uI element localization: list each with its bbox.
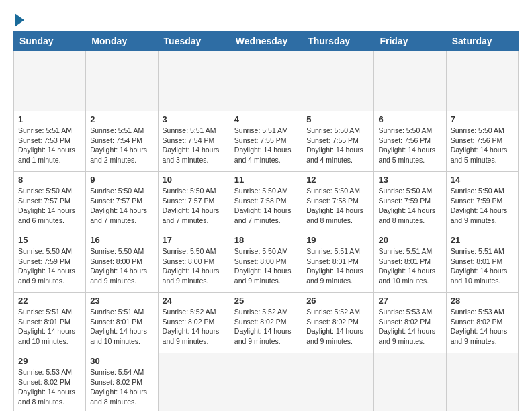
day-info: Sunrise: 5:51 AMSunset: 7:54 PMDaylight:… (163, 126, 226, 165)
day-header-monday: Monday (86, 32, 158, 51)
day-number: 13 (378, 175, 441, 185)
day-info: Sunrise: 5:50 AMSunset: 8:00 PMDaylight:… (90, 246, 153, 286)
logo (13, 13, 24, 24)
calendar-cell: 7Sunrise: 5:50 AMSunset: 7:56 PMDaylight… (446, 111, 518, 172)
day-info: Sunrise: 5:50 AMSunset: 7:56 PMDaylight:… (451, 126, 514, 165)
calendar-cell (374, 353, 446, 412)
calendar-cell (302, 51, 374, 111)
day-number: 11 (234, 175, 298, 185)
calendar-cell: 16Sunrise: 5:50 AMSunset: 8:00 PMDayligh… (86, 232, 158, 293)
day-info: Sunrise: 5:51 AMSunset: 7:55 PMDaylight:… (234, 126, 298, 165)
calendar-cell: 6Sunrise: 5:50 AMSunset: 7:56 PMDaylight… (374, 111, 446, 172)
header (13, 13, 519, 24)
day-number: 28 (451, 295, 514, 306)
calendar-cell: 4Sunrise: 5:51 AMSunset: 7:55 PMDaylight… (230, 111, 302, 172)
day-info: Sunrise: 5:52 AMSunset: 8:02 PMDaylight:… (234, 307, 298, 347)
calendar-cell (446, 51, 518, 111)
calendar-cell: 5Sunrise: 5:50 AMSunset: 7:55 PMDaylight… (302, 111, 374, 172)
day-number: 27 (378, 295, 441, 306)
day-number: 7 (451, 114, 514, 124)
day-number: 21 (451, 235, 514, 245)
calendar-cell: 10Sunrise: 5:50 AMSunset: 7:57 PMDayligh… (158, 172, 230, 232)
day-number: 29 (18, 356, 81, 366)
calendar-cell: 17Sunrise: 5:50 AMSunset: 8:00 PMDayligh… (158, 232, 230, 293)
day-info: Sunrise: 5:52 AMSunset: 8:02 PMDaylight:… (306, 307, 369, 347)
day-info: Sunrise: 5:50 AMSunset: 7:55 PMDaylight:… (306, 126, 369, 165)
day-info: Sunrise: 5:50 AMSunset: 7:57 PMDaylight:… (163, 186, 226, 226)
day-info: Sunrise: 5:54 AMSunset: 8:02 PMDaylight:… (90, 367, 153, 407)
day-header-saturday: Saturday (446, 32, 518, 51)
day-number: 25 (234, 295, 298, 306)
week-row-1 (14, 51, 519, 111)
day-info: Sunrise: 5:51 AMSunset: 7:54 PMDaylight:… (90, 126, 153, 165)
day-info: Sunrise: 5:51 AMSunset: 8:01 PMDaylight:… (18, 307, 81, 347)
calendar-cell: 11Sunrise: 5:50 AMSunset: 7:58 PMDayligh… (230, 172, 302, 232)
day-number: 18 (234, 235, 298, 245)
calendar-cell: 9Sunrise: 5:50 AMSunset: 7:57 PMDaylight… (86, 172, 158, 232)
calendar-cell: 20Sunrise: 5:51 AMSunset: 8:01 PMDayligh… (374, 232, 446, 293)
day-number: 4 (234, 114, 298, 124)
day-number: 16 (90, 235, 153, 245)
calendar-cell (302, 353, 374, 412)
week-row-2: 1Sunrise: 5:51 AMSunset: 7:53 PMDaylight… (14, 111, 519, 172)
calendar-cell: 15Sunrise: 5:50 AMSunset: 7:59 PMDayligh… (14, 232, 86, 293)
calendar-cell: 13Sunrise: 5:50 AMSunset: 7:59 PMDayligh… (374, 172, 446, 232)
day-info: Sunrise: 5:50 AMSunset: 8:00 PMDaylight:… (163, 246, 226, 286)
day-number: 6 (378, 114, 441, 124)
day-info: Sunrise: 5:50 AMSunset: 7:58 PMDaylight:… (306, 186, 369, 226)
calendar-cell: 24Sunrise: 5:52 AMSunset: 8:02 PMDayligh… (158, 293, 230, 353)
logo-arrow-icon (15, 13, 24, 27)
calendar-cell (230, 353, 302, 412)
day-header-sunday: Sunday (14, 32, 86, 51)
calendar-cell: 8Sunrise: 5:50 AMSunset: 7:57 PMDaylight… (14, 172, 86, 232)
day-number: 2 (90, 114, 153, 124)
day-info: Sunrise: 5:53 AMSunset: 8:02 PMDaylight:… (378, 307, 441, 347)
day-number: 17 (163, 235, 226, 245)
calendar-cell: 25Sunrise: 5:52 AMSunset: 8:02 PMDayligh… (230, 293, 302, 353)
calendar-cell: 3Sunrise: 5:51 AMSunset: 7:54 PMDaylight… (158, 111, 230, 172)
day-info: Sunrise: 5:50 AMSunset: 8:00 PMDaylight:… (234, 246, 298, 286)
day-info: Sunrise: 5:50 AMSunset: 7:59 PMDaylight:… (18, 246, 81, 286)
calendar-cell: 27Sunrise: 5:53 AMSunset: 8:02 PMDayligh… (374, 293, 446, 353)
day-info: Sunrise: 5:51 AMSunset: 7:53 PMDaylight:… (18, 126, 81, 165)
day-header-wednesday: Wednesday (230, 32, 302, 51)
calendar-cell: 22Sunrise: 5:51 AMSunset: 8:01 PMDayligh… (14, 293, 86, 353)
calendar-cell: 1Sunrise: 5:51 AMSunset: 7:53 PMDaylight… (14, 111, 86, 172)
calendar-cell (374, 51, 446, 111)
day-info: Sunrise: 5:50 AMSunset: 7:57 PMDaylight:… (90, 186, 153, 226)
calendar-cell (446, 353, 518, 412)
day-info: Sunrise: 5:50 AMSunset: 7:59 PMDaylight:… (451, 186, 514, 226)
day-number: 26 (306, 295, 369, 306)
day-info: Sunrise: 5:50 AMSunset: 7:59 PMDaylight:… (378, 186, 441, 226)
day-info: Sunrise: 5:53 AMSunset: 8:02 PMDaylight:… (451, 307, 514, 347)
calendar-cell (230, 51, 302, 111)
calendar-cell: 14Sunrise: 5:50 AMSunset: 7:59 PMDayligh… (446, 172, 518, 232)
calendar-cell: 23Sunrise: 5:51 AMSunset: 8:01 PMDayligh… (86, 293, 158, 353)
day-number: 10 (163, 175, 226, 185)
day-info: Sunrise: 5:50 AMSunset: 7:58 PMDaylight:… (234, 186, 298, 226)
day-number: 5 (306, 114, 369, 124)
day-info: Sunrise: 5:51 AMSunset: 8:01 PMDaylight:… (306, 246, 369, 286)
day-info: Sunrise: 5:50 AMSunset: 7:57 PMDaylight:… (18, 186, 81, 226)
day-info: Sunrise: 5:50 AMSunset: 7:56 PMDaylight:… (378, 126, 441, 165)
day-number: 12 (306, 175, 369, 185)
calendar-cell: 21Sunrise: 5:51 AMSunset: 8:01 PMDayligh… (446, 232, 518, 293)
day-number: 22 (18, 295, 81, 306)
day-header-thursday: Thursday (302, 32, 374, 51)
calendar-header-row: SundayMondayTuesdayWednesdayThursdayFrid… (14, 32, 519, 51)
calendar-cell (158, 51, 230, 111)
day-number: 23 (90, 295, 153, 306)
day-info: Sunrise: 5:53 AMSunset: 8:02 PMDaylight:… (18, 367, 81, 407)
calendar-cell: 18Sunrise: 5:50 AMSunset: 8:00 PMDayligh… (230, 232, 302, 293)
day-number: 14 (451, 175, 514, 185)
week-row-5: 22Sunrise: 5:51 AMSunset: 8:01 PMDayligh… (14, 293, 519, 353)
calendar-cell: 26Sunrise: 5:52 AMSunset: 8:02 PMDayligh… (302, 293, 374, 353)
week-row-6: 29Sunrise: 5:53 AMSunset: 8:02 PMDayligh… (14, 353, 519, 412)
day-info: Sunrise: 5:51 AMSunset: 8:01 PMDaylight:… (451, 246, 514, 286)
calendar: SundayMondayTuesdayWednesdayThursdayFrid… (13, 31, 519, 411)
day-info: Sunrise: 5:51 AMSunset: 8:01 PMDaylight:… (90, 307, 153, 347)
calendar-cell: 28Sunrise: 5:53 AMSunset: 8:02 PMDayligh… (446, 293, 518, 353)
day-info: Sunrise: 5:51 AMSunset: 8:01 PMDaylight:… (378, 246, 441, 286)
calendar-cell: 2Sunrise: 5:51 AMSunset: 7:54 PMDaylight… (86, 111, 158, 172)
day-header-tuesday: Tuesday (158, 32, 230, 51)
